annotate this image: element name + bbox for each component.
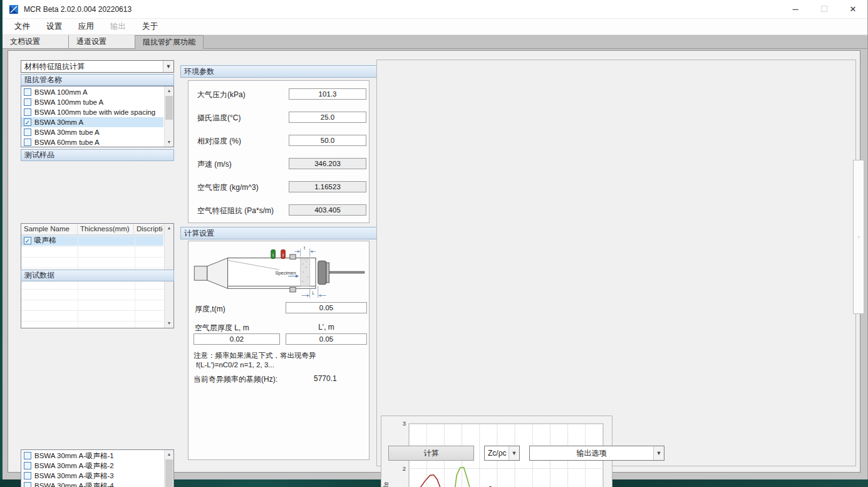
- list-item-label: BSWA 30mm tube A: [34, 128, 100, 136]
- list-item[interactable]: BSWA 30mm A-吸声棉-2: [21, 461, 163, 471]
- list-item[interactable]: BSWA 100mm A: [21, 87, 163, 97]
- list-item-label: BSWA 100mm tube A: [34, 98, 103, 106]
- list-item[interactable]: ✓BSWA 30mm A: [21, 117, 163, 127]
- close-button[interactable]: ✕: [839, 0, 867, 19]
- app-logo-icon: [9, 4, 19, 14]
- minimize-button[interactable]: ─: [781, 0, 810, 19]
- list-item[interactable]: BSWA 30mm A-吸声棉-4: [21, 481, 163, 487]
- env-field-input: [289, 158, 366, 169]
- scroll-down-icon[interactable]: ▼: [165, 319, 173, 328]
- chevron-down-icon[interactable]: ▼: [509, 446, 519, 460]
- scroll-up-icon[interactable]: ▲: [165, 86, 173, 95]
- output-options-value: 输出选项: [530, 448, 653, 459]
- dim-t-label: t: [304, 246, 305, 250]
- list-item[interactable]: BSWA 60mm tube A: [21, 137, 163, 147]
- checkbox[interactable]: [24, 108, 31, 116]
- specimen-region: [301, 259, 310, 286]
- calc-panel: 1 2 Specimen t: [188, 241, 369, 460]
- tab-阻抗管扩展功能[interactable]: 阻抗管扩展功能: [135, 35, 204, 49]
- sample-section-header: 测试样品: [21, 149, 174, 161]
- specimen-label: Specimen: [275, 270, 296, 276]
- checkbox[interactable]: [24, 139, 31, 146]
- menu-设置[interactable]: 设置: [38, 19, 70, 34]
- list-item[interactable]: BSWA 30mm A-吸声棉-1: [21, 451, 163, 461]
- scroll-up-icon[interactable]: ▲: [165, 224, 173, 233]
- list-item-label: BSWA 30mm A-吸声棉-1: [34, 451, 114, 461]
- svg-text:Zs, Re: Zs, Re: [383, 481, 390, 487]
- svg-text:2: 2: [282, 253, 284, 257]
- tab-strip: 文档设置通道设置阻抗管扩展功能: [3, 35, 867, 49]
- list-item[interactable]: BSWA 30mm A-吸声棉-3: [21, 471, 163, 481]
- checkbox[interactable]: [24, 472, 31, 479]
- checkbox[interactable]: ✓: [24, 118, 31, 126]
- env-field-input[interactable]: [289, 135, 366, 146]
- panel-splitter-handle[interactable]: ‹: [853, 160, 864, 314]
- env-field-input: [289, 204, 366, 216]
- checkbox[interactable]: [24, 88, 31, 96]
- col-sample-name[interactable]: Sample Name: [21, 224, 78, 234]
- air-layer-input[interactable]: [194, 333, 280, 345]
- tab-文档设置[interactable]: 文档设置: [3, 35, 69, 49]
- charts-group: [376, 60, 856, 466]
- calc-type-dropdown[interactable]: 材料特征阻抗计算 ▼: [21, 60, 174, 73]
- table-gridlines: [21, 236, 163, 328]
- scroll-up-icon[interactable]: ▲: [165, 450, 173, 459]
- env-field-label: 空气特征阻抗 (Pa*s/m): [197, 206, 274, 216]
- list-item[interactable]: BSWA 30mm tube A: [21, 127, 163, 137]
- calculate-button[interactable]: 计算: [388, 446, 474, 461]
- col-thickness[interactable]: Thickness(mm): [78, 224, 134, 234]
- tab-通道设置[interactable]: 通道设置: [69, 35, 135, 49]
- maximize-button[interactable]: ☐: [810, 0, 839, 19]
- chevron-down-icon[interactable]: ▼: [163, 61, 173, 72]
- env-field-input: [289, 181, 366, 192]
- env-field-input[interactable]: [289, 112, 366, 123]
- list-item[interactable]: BSWA 100mm tube with wide spacing: [21, 107, 163, 117]
- window-title: MCR Beta 2.02.0.004 20220613: [24, 5, 132, 14]
- checkbox[interactable]: [24, 462, 31, 469]
- thickness-label: 厚度,t(m): [195, 304, 225, 315]
- env-field-input[interactable]: [289, 88, 366, 100]
- list-item-label: BSWA 100mm tube with wide spacing: [34, 108, 155, 116]
- scroll-thumb[interactable]: [165, 459, 173, 487]
- l-prime-input[interactable]: [286, 333, 367, 345]
- env-panel: 大气压力(kPa)摄氏温度(°C)相对湿度 (%)声速 (m/s)空气密度 (k…: [188, 80, 369, 223]
- data-list: BSWA 30mm A-吸声棉-1BSWA 30mm A-吸声棉-2BSWA 3…: [21, 449, 174, 487]
- env-field-label: 大气压力(kPa): [197, 90, 245, 100]
- col-description[interactable]: Discription: [134, 224, 163, 234]
- calc-type-value: 材料特征阻抗计算: [21, 61, 163, 72]
- tube-list: BSWA 100mm ABSWA 100mm tube ABSWA 100mm …: [21, 86, 174, 147]
- svg-text:2: 2: [403, 465, 406, 472]
- chevron-down-icon[interactable]: ▼: [653, 446, 664, 460]
- menu-关于[interactable]: 关于: [134, 19, 166, 34]
- unit-dropdown[interactable]: Zc/ρc ▼: [484, 446, 520, 461]
- unit-value: Zc/ρc: [485, 449, 509, 458]
- svg-text:3: 3: [403, 420, 406, 427]
- checkbox[interactable]: [24, 452, 31, 459]
- l-prime-label: L', m: [286, 323, 367, 332]
- scroll-thumb[interactable]: [165, 96, 173, 120]
- list-item-label: BSWA 30mm A-吸声棉-4: [34, 481, 114, 487]
- output-options-dropdown[interactable]: 输出选项 ▼: [529, 446, 664, 461]
- app-window: MCR Beta 2.02.0.004 20220613 ─ ☐ ✕ 文件设置应…: [3, 0, 868, 479]
- checkbox[interactable]: [24, 482, 31, 487]
- checkbox[interactable]: [24, 98, 31, 106]
- tab-content: 材料特征阻抗计算 ▼ 阻抗管名称 BSWA 100mm ABSWA 100mm …: [3, 49, 867, 479]
- data-list-scrollbar[interactable]: ▲ ▼: [164, 450, 173, 487]
- title-bar: MCR Beta 2.02.0.004 20220613 ─ ☐ ✕: [3, 0, 867, 19]
- thickness-input[interactable]: [286, 302, 367, 313]
- list-item[interactable]: BSWA 100mm tube A: [21, 97, 163, 107]
- tube-list-scrollbar[interactable]: ▲ ▼: [164, 86, 173, 147]
- env-field-label: 摄氏温度(°C): [197, 113, 240, 123]
- menu-应用[interactable]: 应用: [70, 19, 102, 34]
- impedance-tube-diagram: 1 2 Specimen t: [191, 245, 368, 300]
- speaker-magnet: [194, 266, 207, 280]
- data-section-header: 测试数据: [21, 270, 174, 281]
- warning-note-line1: 注意：频率如果满足下式，将出现奇异: [194, 351, 316, 360]
- list-item-label: BSWA 100mm A: [34, 88, 88, 96]
- env-panel-header: 环境参数: [180, 65, 378, 78]
- menu-文件[interactable]: 文件: [6, 19, 38, 34]
- list-item-label: BSWA 60mm tube A: [34, 139, 100, 146]
- checkbox[interactable]: [24, 128, 31, 136]
- speaker-horn: [207, 258, 228, 289]
- scroll-down-icon[interactable]: ▼: [165, 138, 173, 147]
